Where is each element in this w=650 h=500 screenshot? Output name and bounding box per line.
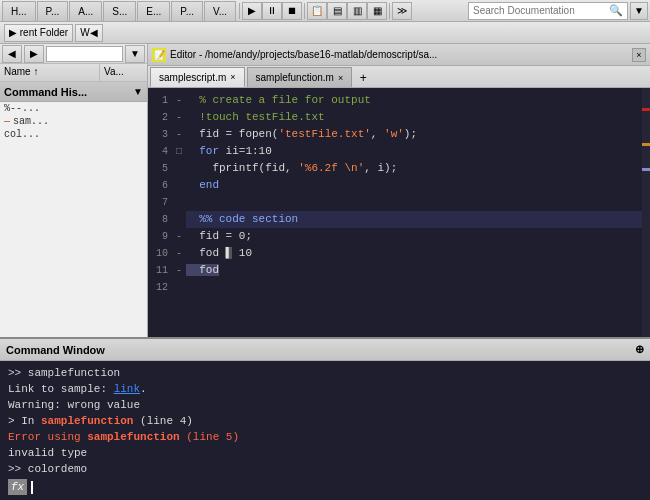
main-toolbar: H... P... A... S... E... P... V... ▶ ⏸ ⏹… — [0, 0, 650, 22]
toolbar-tab-e[interactable]: E... — [137, 1, 170, 21]
line-num-9: 9 — [148, 228, 172, 245]
line-content-4: for ii=1:10 — [186, 143, 646, 160]
toolbar-btn7[interactable]: ▦ — [367, 2, 387, 20]
left-panel-toolbar: ◀ ▶ ▼ — [0, 44, 147, 64]
toolbar-tab-s[interactable]: S... — [103, 1, 136, 21]
filter-button[interactable]: ▼ — [630, 2, 648, 20]
cmd-hist-label-2: sam... — [13, 116, 49, 127]
editor-add-tab[interactable]: + — [354, 69, 372, 87]
line-gutter-11: - — [172, 262, 186, 279]
search-input[interactable] — [473, 5, 609, 16]
cmd-hist-item-2[interactable]: — sam... — [0, 115, 147, 128]
code-line-1: 1 - % create a file for output — [148, 92, 650, 109]
line-content-1: % create a file for output — [186, 92, 646, 109]
toolbar-sep3 — [389, 3, 390, 19]
toolbar-sep1 — [239, 3, 240, 19]
editor-tab-label-1: samplescript.m — [159, 72, 226, 83]
command-window-title: Command Window — [6, 344, 105, 356]
code-line-11: 11 - fod — [148, 262, 650, 279]
cmd-invalid-type: invalid type — [8, 447, 87, 459]
col-val-header[interactable]: Va... — [100, 64, 128, 81]
cmd-input-line[interactable]: fx — [8, 479, 642, 495]
cmd-line-6: invalid type — [8, 445, 642, 461]
main-content: ◀ ▶ ▼ Name ↑ Va... Command His... ▼ %--.… — [0, 44, 650, 337]
toolbar-tab-h[interactable]: H... — [2, 1, 36, 21]
line-gutter-10: - — [172, 245, 186, 262]
toolbar-btn8[interactable]: ≫ — [392, 2, 412, 20]
toolbar-btn2[interactable]: ⏸ — [262, 2, 282, 20]
line-num-7: 7 — [148, 194, 172, 211]
cmd-hist-item-3[interactable]: col... — [0, 128, 147, 141]
toolbar-btn3[interactable]: ⏹ — [282, 2, 302, 20]
line-num-10: 10 — [148, 245, 172, 262]
cmd-func-name-1: samplefunction — [41, 415, 133, 427]
line-content-8: %% code section — [186, 211, 646, 228]
cmd-link-sample[interactable]: link — [114, 383, 140, 395]
run-button[interactable]: ▶ — [242, 2, 262, 20]
cmd-error-using: Error using — [8, 431, 87, 443]
line-gutter-2: - — [172, 109, 186, 126]
nav-back[interactable]: ◀ — [2, 45, 22, 63]
toolbar-btn5[interactable]: ▤ — [327, 2, 347, 20]
editor-body[interactable]: 1 - % create a file for output 2 - !touc… — [148, 88, 650, 337]
workspace-label: W◀ — [80, 27, 97, 38]
cmd-history-title: Command His... — [4, 86, 87, 98]
search-icon: 🔍 — [609, 4, 623, 17]
editor-tab-label-2: samplefunction.m — [256, 72, 334, 83]
toolbar-tab-a[interactable]: A... — [69, 1, 102, 21]
cmd-hist-item-1[interactable]: %--... — [0, 102, 147, 115]
file-list-header: Name ↑ Va... — [0, 64, 147, 82]
folder-nav-btn[interactable]: ▼ — [125, 45, 145, 63]
code-line-12: 12 — [148, 279, 650, 296]
line-num-12: 12 — [148, 279, 172, 296]
command-window-expand[interactable]: ⊕ — [635, 343, 644, 356]
command-window: Command Window ⊕ >> samplefunction Link … — [0, 337, 650, 500]
line-content-6: end — [186, 177, 646, 194]
cmd-cursor — [31, 481, 33, 494]
line-content-7 — [186, 194, 646, 211]
line-gutter-1: - — [172, 92, 186, 109]
editor-tab-samplefunction[interactable]: samplefunction.m × — [247, 67, 353, 87]
search-box[interactable]: 🔍 — [468, 2, 628, 20]
code-line-5: 5 fprintf(fid, '%6.2f \n', i); — [148, 160, 650, 177]
editor-close-button[interactable]: × — [632, 48, 646, 62]
editor-tab-close-2[interactable]: × — [338, 73, 343, 83]
editor-tab-close-1[interactable]: × — [230, 72, 235, 82]
toolbar-tab-p1[interactable]: P... — [37, 1, 69, 21]
fx-label: fx — [8, 479, 27, 495]
cmd-history-header: Command His... ▼ — [0, 82, 147, 102]
line-content-10: fod ▌ 10 — [186, 245, 646, 262]
cmd-hist-label-3: col... — [4, 129, 40, 140]
line-num-1: 1 — [148, 92, 172, 109]
cmd-history-list: %--... — sam... col... — [0, 102, 147, 337]
line-gutter-9: - — [172, 228, 186, 245]
editor-scroll-marks[interactable] — [642, 88, 650, 337]
command-body[interactable]: >> samplefunction Link to sample: link. … — [0, 361, 650, 500]
cmd-func-name-2: samplefunction — [87, 431, 179, 443]
cmd-line4-text: (line 4) — [133, 415, 192, 427]
toolbar-tab-v[interactable]: V... — [204, 1, 236, 21]
current-folder-tab[interactable]: ▶ rent Folder — [4, 24, 73, 42]
line-num-2: 2 — [148, 109, 172, 126]
folder-path-input[interactable] — [46, 46, 123, 62]
toolbar-tab-p2[interactable]: P... — [171, 1, 203, 21]
line-num-4: 4 — [148, 143, 172, 160]
workspace-tab[interactable]: W◀ — [75, 24, 102, 42]
toolbar-btn4[interactable]: 📋 — [307, 2, 327, 20]
toolbar-btn6[interactable]: ▥ — [347, 2, 367, 20]
line-gutter-3: - — [172, 126, 186, 143]
toolbar-sep2 — [304, 3, 305, 19]
cmd-history-panel: Command His... ▼ %--... — sam... col... — [0, 82, 147, 337]
editor-tabs: samplescript.m × samplefunction.m × + — [148, 66, 650, 88]
cmd-line-3: Warning: wrong value — [8, 397, 642, 413]
line-content-12 — [186, 279, 646, 296]
cmd-history-expand[interactable]: ▼ — [133, 86, 143, 97]
scroll-mark-red — [642, 108, 650, 111]
toolbar-tabs: H... P... A... S... E... P... V... ▶ ⏸ ⏹… — [2, 1, 464, 21]
line-content-11: fod — [186, 262, 646, 279]
col-name-header[interactable]: Name ↑ — [0, 64, 100, 81]
nav-fwd[interactable]: ▶ — [24, 45, 44, 63]
scroll-mark-blue — [642, 168, 650, 171]
editor-tab-samplescript[interactable]: samplescript.m × — [150, 67, 245, 87]
cmd-hist-label-1: %--... — [4, 103, 40, 114]
